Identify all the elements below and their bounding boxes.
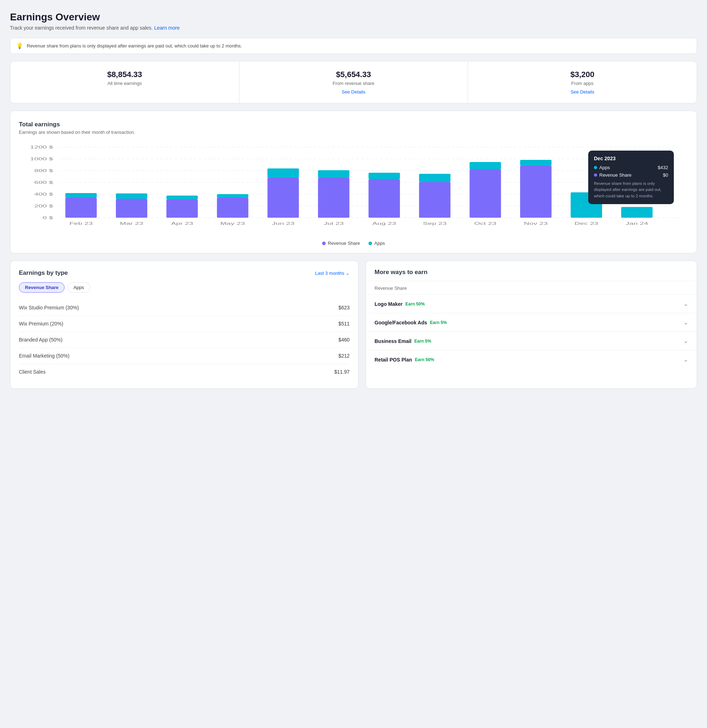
svg-rect-14 (65, 198, 97, 218)
all-time-label: All time earnings (17, 81, 232, 86)
more-item-1-earn: Earn 5% (430, 320, 447, 325)
more-item-2-name: Business Email (375, 338, 412, 344)
svg-rect-15 (65, 193, 97, 198)
svg-text:800 $: 800 $ (34, 168, 53, 173)
apps-label: From apps (475, 81, 690, 86)
legend-apps-label: Apps (374, 241, 385, 246)
bottom-row: Earnings by type Last 3 months ⌄ Revenue… (10, 260, 697, 389)
chevron-down-icon-1: ⌄ (684, 319, 688, 326)
chart-subtitle: Earnings are shown based on their month … (19, 130, 688, 135)
svg-rect-16 (116, 199, 147, 218)
chart-card: Total earnings Earnings are shown based … (10, 111, 697, 253)
svg-rect-21 (217, 194, 248, 198)
svg-text:1200 $: 1200 $ (30, 145, 53, 149)
earnings-card-title: Earnings by type (19, 269, 68, 277)
svg-text:Dec 23: Dec 23 (574, 221, 598, 225)
bulb-icon: 💡 (16, 42, 23, 49)
page-title: Earnings Overview (10, 12, 697, 23)
earnings-by-type-card: Earnings by type Last 3 months ⌄ Revenue… (10, 260, 358, 389)
more-item-3[interactable]: Retail POS Plan Earn 50% ⌄ (366, 350, 697, 368)
more-item-3-name: Retail POS Plan (375, 357, 412, 363)
earnings-card-header: Earnings by type Last 3 months ⌄ (19, 269, 349, 277)
svg-rect-35 (621, 207, 652, 218)
tooltip-rs-dot (594, 173, 597, 177)
earnings-row-0: Wix Studio Premium (30%) $623 (19, 300, 349, 316)
all-time-amount: $8,854.33 (17, 70, 232, 79)
filter-button[interactable]: Last 3 months ⌄ (315, 270, 349, 276)
svg-text:May 23: May 23 (221, 221, 245, 225)
legend-rs-dot (322, 241, 326, 245)
type-tabs: Revenue Share Apps (19, 282, 349, 293)
apps-amount: $3,200 (475, 70, 690, 79)
svg-rect-30 (469, 169, 501, 218)
earnings-row-2-label: Branded App (50%) (19, 337, 62, 342)
chart-tooltip: Dec 2023 Apps $432 Revenue Share $0 Reve… (588, 150, 674, 204)
more-card-title: More ways to earn (366, 261, 697, 281)
earnings-row-1-value: $511 (339, 321, 349, 326)
svg-rect-25 (318, 170, 349, 178)
svg-text:Jan 24: Jan 24 (626, 221, 648, 225)
banner-text: Revenue share from plans is only display… (27, 43, 242, 49)
more-item-3-left: Retail POS Plan Earn 50% (375, 357, 434, 363)
svg-rect-19 (166, 196, 198, 199)
svg-rect-22 (267, 178, 299, 218)
tooltip-note: Revenue share from plans is only display… (594, 181, 668, 199)
chevron-down-icon-3: ⌄ (684, 356, 688, 363)
legend-apps-dot (368, 241, 372, 245)
svg-text:0 $: 0 $ (42, 215, 53, 220)
earnings-row-4: Client Sales $11.97 (19, 364, 349, 380)
chart-title: Total earnings (19, 121, 688, 128)
tooltip-apps-dot (594, 166, 597, 169)
earnings-row-0-label: Wix Studio Premium (30%) (19, 305, 79, 311)
legend-revenue-share: Revenue Share (322, 241, 360, 246)
chevron-down-icon-0: ⌄ (684, 300, 688, 307)
more-item-2[interactable]: Business Email Earn 5% ⌄ (366, 332, 697, 350)
more-item-0[interactable]: Logo Maker Earn 50% ⌄ (366, 295, 697, 313)
filter-label: Last 3 months (315, 270, 344, 276)
earnings-row-3-label: Email Marketing (50%) (19, 353, 69, 359)
tab-revenue-share[interactable]: Revenue Share (19, 282, 65, 293)
svg-rect-20 (217, 198, 248, 218)
tooltip-rs-value: $0 (663, 172, 668, 178)
earnings-row-3-value: $212 (339, 353, 349, 359)
svg-text:200 $: 200 $ (34, 204, 53, 208)
tooltip-apps-label: Apps (599, 165, 610, 170)
more-item-1-name: Google/Facebook Ads (375, 320, 427, 325)
svg-text:Oct 23: Oct 23 (474, 221, 496, 225)
chart-legend: Revenue Share Apps (19, 241, 688, 246)
more-item-0-left: Logo Maker Earn 50% (375, 301, 425, 307)
more-ways-card: More ways to earn Revenue Share Logo Mak… (366, 260, 697, 389)
svg-rect-23 (267, 168, 299, 178)
learn-more-link[interactable]: Learn more (154, 25, 180, 31)
svg-text:Apr 23: Apr 23 (171, 221, 193, 225)
more-item-0-earn: Earn 50% (405, 302, 425, 306)
svg-rect-18 (166, 199, 198, 218)
chevron-down-icon: ⌄ (346, 270, 349, 276)
more-section-label: Revenue Share (366, 281, 697, 295)
svg-text:Feb 23: Feb 23 (69, 221, 92, 225)
summary-card: $8,854.33 All time earnings $5,654.33 Fr… (10, 61, 697, 104)
svg-text:600 $: 600 $ (34, 180, 53, 185)
revenue-share-amount: $5,654.33 (247, 70, 461, 79)
tooltip-apps-value: $432 (658, 165, 668, 170)
apps-details-link[interactable]: See Details (570, 89, 594, 95)
svg-text:Jul 23: Jul 23 (323, 221, 343, 225)
more-item-1[interactable]: Google/Facebook Ads Earn 5% ⌄ (366, 313, 697, 332)
summary-all-time: $8,854.33 All time earnings (10, 61, 240, 103)
svg-text:400 $: 400 $ (34, 192, 53, 196)
earnings-row-4-label: Client Sales (19, 369, 46, 375)
svg-rect-27 (368, 173, 400, 179)
summary-apps: $3,200 From apps See Details (468, 61, 697, 103)
earnings-row-0-value: $623 (339, 305, 349, 311)
svg-rect-32 (520, 166, 551, 218)
revenue-share-details-link[interactable]: See Details (342, 89, 365, 95)
tab-apps[interactable]: Apps (68, 282, 90, 293)
earnings-row-3: Email Marketing (50%) $212 (19, 348, 349, 364)
chart-svg: 1200 $ 1000 $ 800 $ 600 $ 400 $ 200 $ 0 … (19, 143, 688, 236)
svg-text:Jun 23: Jun 23 (272, 221, 294, 225)
earnings-row-1-label: Wix Premium (20%) (19, 321, 63, 326)
svg-text:Nov 23: Nov 23 (524, 221, 548, 225)
more-item-0-name: Logo Maker (375, 301, 403, 307)
summary-revenue-share: $5,654.33 From revenue share See Details (240, 61, 468, 103)
tooltip-rs-row: Revenue Share $0 (594, 172, 668, 178)
